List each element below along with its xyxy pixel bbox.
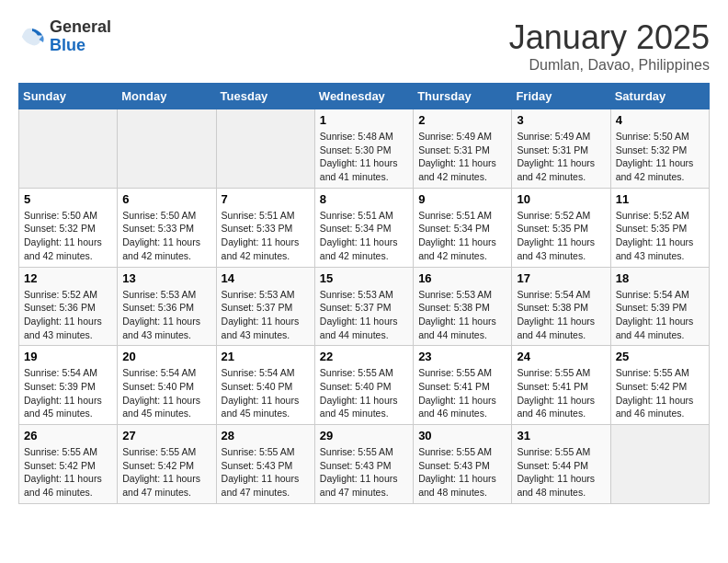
day-number: 20 [122, 350, 210, 363]
day-cell: 22Sunrise: 5:55 AMSunset: 5:40 PMDayligh… [314, 346, 413, 425]
day-number: 3 [517, 113, 605, 127]
weekday-header-thursday: Thursday [414, 84, 512, 109]
day-number: 23 [418, 350, 506, 363]
day-info: Sunrise: 5:51 AMSunset: 5:34 PMDaylight:… [320, 209, 408, 263]
day-number: 30 [418, 429, 506, 442]
day-info: Sunrise: 5:54 AMSunset: 5:40 PMDaylight:… [122, 366, 210, 420]
day-info: Sunrise: 5:51 AMSunset: 5:33 PMDaylight:… [222, 209, 310, 263]
day-cell [610, 425, 709, 504]
day-info: Sunrise: 5:51 AMSunset: 5:34 PMDaylight:… [418, 209, 506, 263]
day-cell: 17Sunrise: 5:54 AMSunset: 5:38 PMDayligh… [512, 267, 610, 346]
week-row-3: 12Sunrise: 5:52 AMSunset: 5:36 PMDayligh… [19, 267, 710, 346]
day-info: Sunrise: 5:55 AMSunset: 5:41 PMDaylight:… [418, 366, 506, 420]
day-number: 29 [320, 429, 408, 442]
day-cell: 27Sunrise: 5:55 AMSunset: 5:42 PMDayligh… [118, 425, 216, 504]
day-cell: 23Sunrise: 5:55 AMSunset: 5:41 PMDayligh… [414, 346, 512, 425]
day-info: Sunrise: 5:49 AMSunset: 5:31 PMDaylight:… [517, 130, 605, 184]
day-cell: 24Sunrise: 5:55 AMSunset: 5:41 PMDayligh… [512, 346, 610, 425]
day-number: 18 [616, 271, 704, 285]
day-number: 1 [320, 113, 408, 127]
day-info: Sunrise: 5:55 AMSunset: 5:40 PMDaylight:… [320, 366, 408, 420]
day-info: Sunrise: 5:52 AMSunset: 5:35 PMDaylight:… [616, 209, 704, 263]
day-info: Sunrise: 5:55 AMSunset: 5:42 PMDaylight:… [24, 445, 112, 500]
week-row-4: 19Sunrise: 5:54 AMSunset: 5:39 PMDayligh… [19, 346, 710, 425]
day-cell: 26Sunrise: 5:55 AMSunset: 5:42 PMDayligh… [19, 425, 118, 504]
day-number: 16 [418, 271, 506, 285]
day-number: 2 [418, 113, 506, 127]
day-info: Sunrise: 5:55 AMSunset: 5:43 PMDaylight:… [418, 445, 506, 500]
day-cell [19, 109, 118, 189]
day-number: 31 [517, 429, 605, 442]
day-number: 8 [320, 192, 408, 206]
day-cell: 2Sunrise: 5:49 AMSunset: 5:31 PMDaylight… [414, 109, 512, 189]
day-info: Sunrise: 5:53 AMSunset: 5:37 PMDaylight:… [222, 288, 310, 342]
location: Dumlan, Davao, Philippines [509, 57, 710, 74]
day-info: Sunrise: 5:54 AMSunset: 5:38 PMDaylight:… [517, 288, 605, 342]
day-number: 6 [122, 192, 210, 206]
day-number: 10 [517, 192, 605, 206]
day-cell: 15Sunrise: 5:53 AMSunset: 5:37 PMDayligh… [314, 267, 413, 346]
weekday-header-tuesday: Tuesday [216, 84, 314, 109]
day-cell: 18Sunrise: 5:54 AMSunset: 5:39 PMDayligh… [610, 267, 709, 346]
day-info: Sunrise: 5:53 AMSunset: 5:37 PMDaylight:… [320, 288, 408, 342]
week-row-5: 26Sunrise: 5:55 AMSunset: 5:42 PMDayligh… [19, 425, 710, 504]
day-info: Sunrise: 5:52 AMSunset: 5:36 PMDaylight:… [24, 288, 112, 342]
day-number: 5 [24, 192, 112, 206]
day-info: Sunrise: 5:54 AMSunset: 5:39 PMDaylight:… [24, 366, 112, 420]
day-number: 19 [24, 350, 112, 363]
day-info: Sunrise: 5:52 AMSunset: 5:35 PMDaylight:… [517, 209, 605, 263]
day-number: 7 [222, 192, 310, 206]
day-cell [118, 109, 216, 189]
weekday-header-wednesday: Wednesday [314, 84, 413, 109]
day-cell: 10Sunrise: 5:52 AMSunset: 5:35 PMDayligh… [512, 188, 610, 267]
day-number: 28 [222, 429, 310, 442]
day-number: 22 [320, 350, 408, 363]
day-info: Sunrise: 5:50 AMSunset: 5:33 PMDaylight:… [122, 209, 210, 263]
week-row-1: 1Sunrise: 5:48 AMSunset: 5:30 PMDaylight… [19, 109, 710, 189]
day-number: 15 [320, 271, 408, 285]
day-number: 25 [616, 350, 704, 363]
logo: General Blue [18, 18, 111, 55]
day-cell: 19Sunrise: 5:54 AMSunset: 5:39 PMDayligh… [19, 346, 118, 425]
day-cell: 3Sunrise: 5:49 AMSunset: 5:31 PMDaylight… [512, 109, 610, 189]
day-cell: 9Sunrise: 5:51 AMSunset: 5:34 PMDaylight… [414, 188, 512, 267]
day-number: 4 [616, 113, 704, 127]
day-cell: 11Sunrise: 5:52 AMSunset: 5:35 PMDayligh… [610, 188, 709, 267]
day-info: Sunrise: 5:53 AMSunset: 5:36 PMDaylight:… [122, 288, 210, 342]
day-info: Sunrise: 5:55 AMSunset: 5:41 PMDaylight:… [517, 366, 605, 420]
day-cell [216, 109, 314, 189]
day-cell: 6Sunrise: 5:50 AMSunset: 5:33 PMDaylight… [118, 188, 216, 267]
day-number: 13 [122, 271, 210, 285]
day-cell: 13Sunrise: 5:53 AMSunset: 5:36 PMDayligh… [118, 267, 216, 346]
day-cell: 5Sunrise: 5:50 AMSunset: 5:32 PMDaylight… [19, 188, 118, 267]
calendar-table: SundayMondayTuesdayWednesdayThursdayFrid… [18, 83, 710, 504]
day-number: 11 [616, 192, 704, 206]
day-cell: 25Sunrise: 5:55 AMSunset: 5:42 PMDayligh… [610, 346, 709, 425]
day-info: Sunrise: 5:54 AMSunset: 5:40 PMDaylight:… [222, 366, 310, 420]
day-cell: 29Sunrise: 5:55 AMSunset: 5:43 PMDayligh… [314, 425, 413, 504]
day-cell: 12Sunrise: 5:52 AMSunset: 5:36 PMDayligh… [19, 267, 118, 346]
weekday-header-monday: Monday [118, 84, 216, 109]
day-info: Sunrise: 5:55 AMSunset: 5:42 PMDaylight:… [616, 366, 704, 420]
day-number: 24 [517, 350, 605, 363]
day-info: Sunrise: 5:50 AMSunset: 5:32 PMDaylight:… [24, 209, 112, 263]
day-cell: 4Sunrise: 5:50 AMSunset: 5:32 PMDaylight… [610, 109, 709, 189]
day-cell: 14Sunrise: 5:53 AMSunset: 5:37 PMDayligh… [216, 267, 314, 346]
day-number: 9 [418, 192, 506, 206]
day-info: Sunrise: 5:55 AMSunset: 5:44 PMDaylight:… [517, 445, 605, 500]
weekday-header-row: SundayMondayTuesdayWednesdayThursdayFrid… [19, 84, 710, 109]
day-info: Sunrise: 5:55 AMSunset: 5:43 PMDaylight:… [320, 445, 408, 500]
weekday-header-sunday: Sunday [19, 84, 118, 109]
day-cell: 16Sunrise: 5:53 AMSunset: 5:38 PMDayligh… [414, 267, 512, 346]
day-info: Sunrise: 5:55 AMSunset: 5:43 PMDaylight:… [222, 445, 310, 500]
page-header: General Blue January 2025 Dumlan, Davao,… [18, 18, 710, 74]
day-cell: 21Sunrise: 5:54 AMSunset: 5:40 PMDayligh… [216, 346, 314, 425]
weekday-header-saturday: Saturday [610, 84, 709, 109]
day-info: Sunrise: 5:54 AMSunset: 5:39 PMDaylight:… [616, 288, 704, 342]
weekday-header-friday: Friday [512, 84, 610, 109]
day-number: 27 [122, 429, 210, 442]
month-title: January 2025 [509, 18, 710, 57]
day-info: Sunrise: 5:55 AMSunset: 5:42 PMDaylight:… [122, 445, 210, 500]
day-cell: 28Sunrise: 5:55 AMSunset: 5:43 PMDayligh… [216, 425, 314, 504]
week-row-2: 5Sunrise: 5:50 AMSunset: 5:32 PMDaylight… [19, 188, 710, 267]
